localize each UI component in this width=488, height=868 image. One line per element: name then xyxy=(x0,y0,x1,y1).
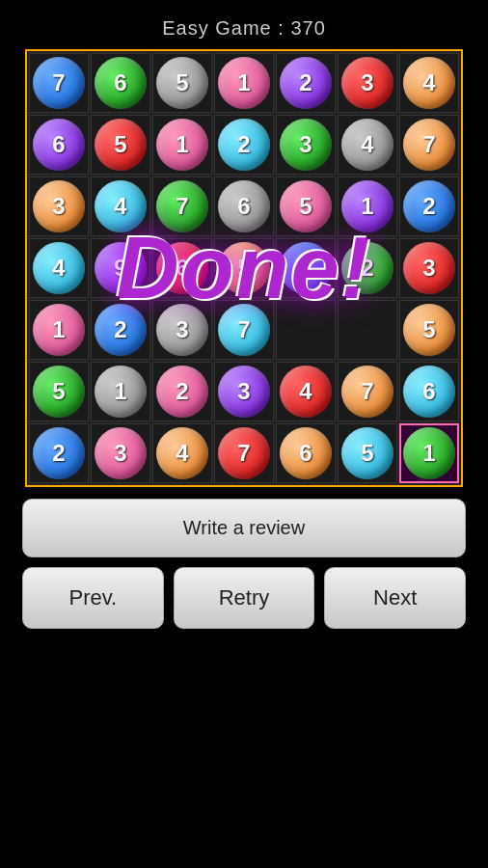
grid-cell: 6 xyxy=(152,238,212,298)
grid-cell xyxy=(338,300,397,360)
grid-cell: 2 xyxy=(399,176,459,236)
number-ball: 5 xyxy=(33,366,85,418)
grid-cell: 2 xyxy=(91,300,150,360)
number-ball: 6 xyxy=(218,180,270,232)
number-ball: 3 xyxy=(156,304,208,356)
grid-cell: 2 xyxy=(214,115,274,175)
number-ball: 1 xyxy=(218,57,270,109)
number-ball: 7 xyxy=(341,366,393,418)
grid-cell: 3 xyxy=(91,423,150,483)
grid-cell: 5 xyxy=(152,53,212,113)
number-ball: 2 xyxy=(33,427,85,479)
nav-buttons: Prev. Retry Next xyxy=(22,567,466,629)
number-ball: 3 xyxy=(95,427,147,479)
grid-cell: 5 xyxy=(338,423,397,483)
grid-cell: 3 xyxy=(399,238,459,298)
grid-cell: 6 xyxy=(214,176,274,236)
number-ball: 3 xyxy=(218,366,270,418)
number-ball: 5 xyxy=(95,119,147,171)
number-ball: 1 xyxy=(156,119,208,171)
grid-cell: 2 xyxy=(152,362,212,421)
retry-button[interactable]: Retry xyxy=(174,567,315,629)
number-ball: 7 xyxy=(218,427,270,479)
grid-cell: 6 xyxy=(276,423,336,483)
grid-cell: 7 xyxy=(214,300,274,360)
game-title: Easy Game : 370 xyxy=(162,17,326,40)
grid-cell: 4 xyxy=(399,53,459,113)
grid-cell: 1 xyxy=(399,423,459,483)
number-ball: 4 xyxy=(33,242,85,294)
grid-cell: 5 xyxy=(214,238,274,298)
grid-cell: 6 xyxy=(29,115,89,175)
number-ball: 5 xyxy=(156,57,208,109)
number-ball: 1 xyxy=(403,427,455,479)
number-ball: 3 xyxy=(33,180,85,232)
write-review-button[interactable]: Write a review xyxy=(22,499,466,557)
grid-cell: 1 xyxy=(276,238,336,298)
number-ball: 6 xyxy=(280,427,332,479)
number-ball: 4 xyxy=(403,57,455,109)
number-ball: 1 xyxy=(95,366,147,418)
number-ball: 6 xyxy=(33,119,85,171)
number-ball: 4 xyxy=(95,180,147,232)
grid-cell: 4 xyxy=(338,115,397,175)
number-ball: 4 xyxy=(341,119,393,171)
number-ball: 2 xyxy=(156,366,208,418)
number-ball: 6 xyxy=(403,366,455,418)
number-ball: 2 xyxy=(403,180,455,232)
number-ball: 1 xyxy=(33,304,85,356)
grid-cell: 5 xyxy=(29,362,89,421)
grid-cell: 1 xyxy=(152,115,212,175)
buttons-area: Write a review Prev. Retry Next xyxy=(0,499,488,629)
number-ball: 5 xyxy=(280,180,332,232)
number-ball: 2 xyxy=(218,119,270,171)
grid-cell: 7 xyxy=(399,115,459,175)
grid-cell: 7 xyxy=(29,53,89,113)
grid-cell: 4 xyxy=(29,238,89,298)
grid-cell: 3 xyxy=(214,362,274,421)
grid-cell: 1 xyxy=(91,362,150,421)
number-ball: 1 xyxy=(280,242,332,294)
grid-cell: 4 xyxy=(276,362,336,421)
grid-cell: 9 xyxy=(91,238,150,298)
next-button[interactable]: Next xyxy=(324,567,466,629)
grid-cell: 3 xyxy=(29,176,89,236)
grid-cell: 2 xyxy=(29,423,89,483)
grid-cell: 3 xyxy=(338,53,397,113)
number-ball: 7 xyxy=(33,57,85,109)
grid-cell: 5 xyxy=(399,300,459,360)
grid-cell: 1 xyxy=(29,300,89,360)
number-ball: 2 xyxy=(280,57,332,109)
game-grid-wrapper: 7651234651234734765124965123123755123476… xyxy=(25,49,463,487)
number-ball: 1 xyxy=(341,180,393,232)
grid-cell: 5 xyxy=(91,115,150,175)
number-ball: 3 xyxy=(341,57,393,109)
grid-cell: 6 xyxy=(399,362,459,421)
grid-cell: 2 xyxy=(338,238,397,298)
grid-cell xyxy=(276,300,336,360)
number-ball: 2 xyxy=(95,304,147,356)
grid-cell: 6 xyxy=(91,53,150,113)
number-ball: 2 xyxy=(341,242,393,294)
grid-cell: 4 xyxy=(152,423,212,483)
number-ball: 7 xyxy=(218,304,270,356)
grid-cell: 3 xyxy=(276,115,336,175)
number-ball: 5 xyxy=(341,427,393,479)
grid-cell: 7 xyxy=(338,362,397,421)
number-ball: 5 xyxy=(218,242,270,294)
grid-cell: 1 xyxy=(214,53,274,113)
grid-cell: 4 xyxy=(91,176,150,236)
number-ball: 6 xyxy=(95,57,147,109)
grid-cell: 2 xyxy=(276,53,336,113)
number-ball: 3 xyxy=(403,242,455,294)
number-ball: 3 xyxy=(280,119,332,171)
grid-cell: 5 xyxy=(276,176,336,236)
number-ball: 9 xyxy=(95,242,147,294)
grid-cell: 7 xyxy=(152,176,212,236)
number-ball: 5 xyxy=(403,304,455,356)
grid-cell: 1 xyxy=(338,176,397,236)
number-ball: 7 xyxy=(403,119,455,171)
prev-button[interactable]: Prev. xyxy=(22,567,164,629)
game-grid: 7651234651234734765124965123123755123476… xyxy=(27,51,461,485)
number-ball: 7 xyxy=(156,180,208,232)
